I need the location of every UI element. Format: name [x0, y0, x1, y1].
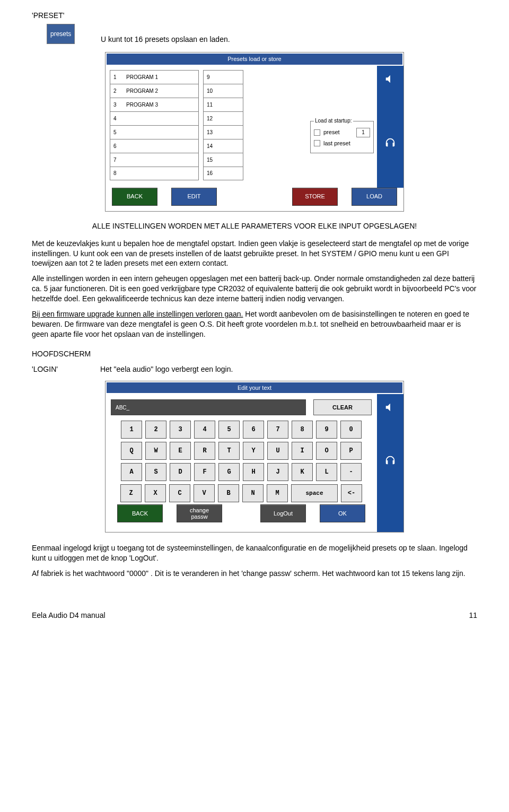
clear-button[interactable]: CLEAR [313, 399, 372, 415]
change-passw-button[interactable]: change passw [177, 504, 222, 522]
key[interactable]: B [218, 484, 239, 502]
startup-checkbox-preset[interactable] [314, 129, 320, 136]
preset-row[interactable]: 7 [110, 153, 199, 167]
preset-num: 15 [204, 156, 243, 164]
preset-name: PROGRAM 3 [125, 101, 198, 109]
preset-row[interactable]: 16 [203, 167, 243, 180]
speaker-icon[interactable] [384, 401, 396, 417]
preset-row[interactable]: 9 [203, 70, 243, 84]
keyboard-rows: 1 2 3 4 5 6 7 8 9 0 Q W E R T Y [111, 421, 372, 502]
startup-preset-number[interactable]: 1 [356, 128, 370, 137]
key[interactable]: S [145, 463, 166, 481]
preset-row[interactable]: 5 [110, 125, 199, 139]
key[interactable]: M [267, 484, 288, 502]
key[interactable]: L [316, 463, 337, 481]
key[interactable]: Z [120, 484, 142, 502]
preset-row[interactable]: 2PROGRAM 2 [110, 84, 199, 98]
key[interactable]: I [292, 442, 313, 460]
key[interactable]: X [145, 484, 166, 502]
key-backspace[interactable]: <- [341, 484, 362, 502]
headphones-icon[interactable] [384, 455, 396, 470]
preset-row[interactable]: 11 [203, 98, 243, 111]
key[interactable]: Q [121, 442, 142, 460]
key[interactable]: P [340, 442, 362, 460]
closing-paragraph-1: Eenmaal ingelogd krijgt u toegang tot de… [32, 543, 477, 563]
preset-num: 2 [110, 88, 125, 95]
preset-num: 14 [204, 143, 243, 150]
key[interactable]: 1 [121, 421, 142, 439]
section-title-preset: 'PRESET' [32, 11, 477, 21]
key[interactable]: R [194, 442, 215, 460]
preset-row[interactable]: 3PROGRAM 3 [110, 98, 199, 111]
key[interactable]: N [242, 484, 264, 502]
key[interactable]: G [218, 463, 240, 481]
preset-num: 13 [204, 129, 243, 136]
key[interactable]: 8 [292, 421, 313, 439]
preset-row[interactable]: 8 [110, 167, 199, 180]
preset-row[interactable]: 10 [203, 84, 243, 98]
load-button[interactable]: LOAD [352, 188, 397, 206]
speaker-icon[interactable] [384, 73, 396, 89]
store-button[interactable]: STORE [292, 188, 338, 206]
preset-num: 7 [110, 156, 125, 164]
preset-row[interactable]: 12 [203, 111, 243, 125]
preset-row[interactable]: 1PROGRAM 1 [110, 70, 199, 84]
page-footer: Eela Audio D4 manual 11 [32, 610, 477, 621]
key[interactable]: 4 [194, 421, 215, 439]
login-text: Het "eela audio" logo verbergt een login… [100, 364, 233, 374]
logout-button[interactable]: LogOut [260, 504, 306, 522]
key[interactable]: U [267, 442, 288, 460]
edit-button[interactable]: EDIT [171, 188, 217, 206]
preset-num: 3 [110, 101, 125, 109]
key[interactable]: 7 [267, 421, 288, 439]
preset-row[interactable]: 6 [110, 139, 199, 153]
key[interactable]: J [267, 463, 288, 481]
back-button[interactable]: BACK [112, 188, 157, 206]
preset-num: 10 [204, 88, 243, 95]
preset-num: 6 [110, 143, 125, 150]
key[interactable]: K [292, 463, 313, 481]
startup-group: Load at startup: preset 1 last preset [310, 121, 374, 153]
key[interactable]: - [340, 463, 362, 481]
key[interactable]: F [194, 463, 215, 481]
key[interactable]: C [169, 484, 190, 502]
preset-row[interactable]: 15 [203, 153, 243, 167]
key[interactable]: 5 [218, 421, 240, 439]
presets-panel-footer: BACK EDIT STORE LOAD [106, 188, 403, 211]
key[interactable]: A [121, 463, 142, 481]
key[interactable]: 6 [243, 421, 264, 439]
key[interactable]: H [243, 463, 264, 481]
startup-checkbox-last[interactable] [314, 140, 320, 146]
key[interactable]: 0 [340, 421, 362, 439]
key-space[interactable]: space [291, 484, 338, 502]
footer-left: Eela Audio D4 manual [32, 610, 106, 621]
key[interactable]: W [145, 442, 166, 460]
preset-num: 16 [204, 170, 243, 177]
startup-label-preset: preset [323, 128, 340, 136]
key[interactable]: O [316, 442, 337, 460]
back-button[interactable]: BACK [117, 504, 163, 522]
key[interactable]: Y [243, 442, 264, 460]
preset-row[interactable]: 4 [110, 111, 199, 125]
preset-num: 12 [204, 115, 243, 123]
ok-button[interactable]: OK [320, 504, 365, 522]
key[interactable]: 3 [170, 421, 191, 439]
keyboard-side-icons [377, 394, 403, 532]
key[interactable]: 9 [316, 421, 337, 439]
key[interactable]: D [170, 463, 191, 481]
key[interactable]: V [194, 484, 215, 502]
text-input[interactable]: ABC_ [111, 399, 306, 415]
preset-column-2: 9 10 11 12 13 14 15 16 [203, 70, 243, 182]
preset-num: 11 [204, 101, 243, 109]
key[interactable]: 2 [145, 421, 166, 439]
presets-panel: Presets load or store 1PROGRAM 1 2PROGRA… [105, 52, 404, 212]
key[interactable]: E [170, 442, 191, 460]
paragraph-3: Bij een firmware upgrade kunnen alle ins… [32, 309, 477, 339]
preset-row[interactable]: 14 [203, 139, 243, 153]
key[interactable]: T [218, 442, 240, 460]
keyboard-panel: Edit your text ABC_ CLEAR 1 2 3 4 5 6 7 … [105, 381, 404, 533]
keyboard-panel-title: Edit your text [107, 382, 402, 394]
preset-row[interactable]: 13 [203, 125, 243, 139]
headphones-icon[interactable] [384, 137, 396, 153]
intro-line: U kunt tot 16 presets opslaan en laden. [101, 34, 477, 45]
